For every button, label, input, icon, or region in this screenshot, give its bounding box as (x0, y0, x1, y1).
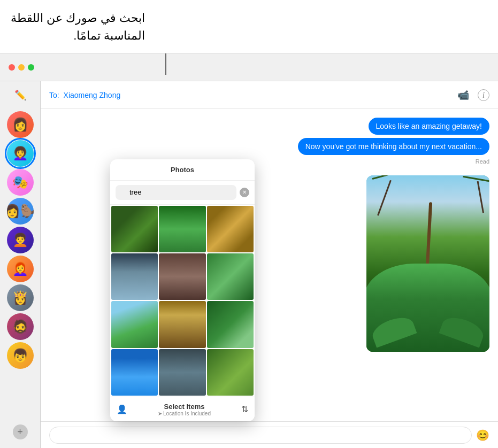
photos-search-bar: 🔍 ✕ (110, 181, 255, 205)
chat-input-area: 😊 (41, 421, 498, 448)
compose-icon: ✏️ (14, 89, 26, 101)
sidebar-bottom: + (13, 420, 28, 444)
photo-grid-item-9[interactable] (207, 301, 254, 347)
chat-header-actions: 📹 i (457, 89, 489, 101)
photos-popup: Photos 🔍 ✕ (110, 159, 255, 421)
contact-avatar-4[interactable]: 👩‍🦫 (7, 198, 34, 225)
annotation-overlay: ابحث في صورك عن اللقطة المناسبة تمامًا. (0, 0, 498, 53)
minimize-button[interactable] (18, 64, 25, 71)
main-area: ✏️ 👩 👩‍🦱 🎭 👩‍🦫 🧑‍🦱 👩‍🦰 👸 (0, 81, 498, 448)
photo-grid-item-11[interactable] (159, 349, 205, 396)
photo-grid-item-1[interactable] (111, 206, 158, 252)
contact-avatar-1[interactable]: 👩 (7, 111, 34, 138)
to-label: To: (49, 91, 59, 99)
photo-grid-item-4[interactable] (111, 253, 158, 300)
select-items-label: Select Items (132, 403, 237, 411)
photo-grid-item-5[interactable] (159, 253, 205, 300)
chat-area: To: Xiaomeng Zhong 📹 i Looks like an ama… (41, 81, 498, 448)
avatar-emoji-6: 👩‍🦰 (12, 261, 28, 276)
photo-grid-item-8[interactable] (159, 301, 205, 347)
avatar-emoji-8: 🧔 (12, 319, 28, 334)
chat-messages: Looks like an amazing getaway! Now you'v… (41, 109, 498, 421)
footer-center: Select Items ➤ Location Is Included (132, 403, 237, 416)
contact-avatar-9[interactable]: 👦 (7, 342, 34, 369)
arabic-annotation-text: ابحث في صورك عن اللقطة المناسبة تمامًا. (11, 9, 145, 44)
avatar-emoji-5: 🧑‍🦱 (12, 233, 28, 248)
photo-grid-item-10[interactable] (111, 349, 158, 396)
sort-icon[interactable]: ⇅ (241, 404, 248, 414)
photo-grid-item-3[interactable] (207, 206, 254, 252)
avatar-emoji-7: 👸 (12, 290, 28, 305)
person-icon: 👤 (117, 404, 127, 414)
photo-grid-item-7[interactable] (111, 301, 158, 347)
video-call-icon[interactable]: 📹 (457, 89, 469, 101)
message-text-1: Looks like an amazing getaway! (369, 118, 489, 135)
compose-button[interactable]: ✏️ (11, 86, 30, 105)
message-input[interactable] (49, 427, 472, 444)
info-icon[interactable]: i (478, 89, 489, 101)
photo-grid-item-6[interactable] (207, 253, 254, 300)
contact-avatar-5[interactable]: 🧑‍🦱 (7, 227, 34, 253)
avatar-emoji-1: 👩 (12, 117, 28, 132)
photos-footer: 👤 Select Items ➤ Location Is Included ⇅ (110, 397, 255, 421)
contact-avatar-6[interactable]: 👩‍🦰 (7, 256, 34, 282)
location-arrow-icon: ➤ (158, 411, 162, 416)
search-clear-button[interactable]: ✕ (240, 188, 249, 197)
plus-icon: + (17, 427, 23, 438)
maximize-button[interactable] (28, 64, 34, 71)
avatar-emoji-2: 👩‍🦱 (12, 146, 28, 161)
photo-grid-item-12[interactable] (207, 349, 254, 396)
avatar-emoji-9: 👦 (12, 348, 28, 363)
contact-avatar-2[interactable]: 👩‍🦱 (7, 140, 34, 167)
photos-grid (110, 205, 255, 397)
chat-recipient-label: To: Xiaomeng Zhong (49, 91, 120, 99)
contact-avatar-3[interactable]: 🎭 (7, 169, 34, 196)
traffic-lights (9, 64, 34, 71)
location-label: ➤ Location Is Included (132, 411, 237, 416)
app-window: ✏️ 👩 👩‍🦱 🎭 👩‍🦫 🧑‍🦱 👩‍🦰 👸 (0, 53, 498, 448)
contact-avatar-7[interactable]: 👸 (7, 284, 34, 311)
close-button[interactable] (9, 64, 15, 71)
contact-avatar-8[interactable]: 🧔 (7, 313, 34, 340)
emoji-button[interactable]: 😊 (476, 429, 489, 442)
photo-thumbnail[interactable] (366, 175, 489, 352)
message-bubble-1: Looks like an amazing getaway! (49, 118, 489, 135)
avatar-emoji-4: 👩‍🦫 (7, 204, 34, 219)
avatar-emoji-3: 🎭 (12, 175, 28, 190)
title-bar (0, 53, 498, 81)
photos-search-input[interactable] (116, 185, 236, 200)
message-text-2: Now you've got me thinking about my next… (298, 138, 489, 155)
recipient-name: Xiaomeng Zhong (64, 91, 121, 99)
add-conversation-button[interactable]: + (13, 424, 28, 439)
chat-header: To: Xiaomeng Zhong 📹 i (41, 81, 498, 109)
sidebar: ✏️ 👩 👩‍🦱 🎭 👩‍🦫 🧑‍🦱 👩‍🦰 👸 (0, 81, 41, 448)
message-bubble-2: Now you've got me thinking about my next… (49, 138, 489, 155)
photos-popup-title: Photos (110, 159, 255, 181)
photo-grid-item-2[interactable] (159, 206, 205, 252)
search-wrapper: 🔍 (116, 185, 236, 200)
